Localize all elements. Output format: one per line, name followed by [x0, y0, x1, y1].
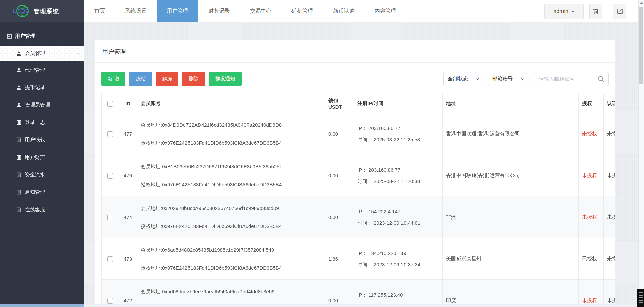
clear-cache-button[interactable]: [589, 4, 602, 19]
floating-widget[interactable]: [637, 289, 644, 307]
unfreeze-button[interactable]: 解冻: [156, 72, 178, 86]
auth-status: 未授权: [582, 131, 597, 136]
sidebar-item-label: 在线客服: [25, 207, 45, 213]
ip-label: IP：: [357, 167, 367, 173]
ip-label: IP：: [357, 209, 367, 214]
cert-status: 未提交: [604, 155, 616, 196]
sidebar-item-admin-management[interactable]: 管理员管理: [0, 96, 84, 114]
cell-id: 472: [119, 280, 137, 307]
cell-location: 香港中国联通(香港)运营有限公司: [443, 113, 579, 155]
sidebar-item-label: 用户钱包: [25, 137, 45, 143]
tab-label: 内容管理: [375, 8, 396, 15]
header-address: 地址: [443, 94, 579, 113]
register-time: 2023-12-09 10:37:34: [374, 262, 420, 267]
user-management-card: 用户管理 新 增 冻结 解冻 删除 群发通知 全部状态 ∨ 邮箱账号 ∨: [95, 40, 615, 307]
brand-app-name: 管理系统: [34, 7, 59, 15]
status-select[interactable]: 全部状态 ∨: [443, 72, 483, 86]
freeze-button[interactable]: 冻结: [129, 72, 152, 86]
table-row: 473 会员地址:0x6ae5d4802c85435b11985c1e29f7f…: [102, 238, 616, 280]
cell-register-info: IP：117.255.123.40 时间：2023-12-04 17:34:09: [354, 280, 443, 307]
tab-miner-management[interactable]: 矿机管理: [281, 0, 323, 22]
user-icon: [16, 51, 21, 56]
row-checkbox[interactable]: [107, 131, 113, 137]
tab-newcoin-subscription[interactable]: 新币认购: [323, 0, 365, 22]
member-address: 0x6ae5d4802c85435b11985c1e29f7f3572084f5…: [162, 247, 274, 253]
table-header-row: ID 会员账号 钱包USDT 注册IP/时间 地址 授权 认证: [102, 94, 616, 113]
cell-id: 476: [119, 155, 137, 196]
page-title: 用户管理: [102, 48, 126, 55]
sidebar-item-login-logs[interactable]: 登录日志: [0, 114, 84, 131]
table-row: 476 会员地址:0xB1B03e90Bc237D6671F5248dC6E3b…: [102, 155, 616, 196]
sidebar-item-user-wallet[interactable]: 用户钱包: [0, 131, 84, 148]
ip-label: IP：: [357, 125, 367, 131]
admin-dropdown[interactable]: admin ▼: [544, 4, 584, 19]
time-label: 时间：: [357, 262, 372, 267]
tab-label: 系统设置: [125, 8, 147, 15]
horizontal-scrollbar-thumb[interactable]: [0, 304, 84, 307]
tab-label: 首页: [94, 8, 105, 15]
tab-trade-center[interactable]: 交易中心: [240, 0, 281, 22]
row-checkbox[interactable]: [107, 298, 113, 304]
cert-status: 未提交: [604, 196, 616, 238]
cell-wallet-usdt: 0.00: [325, 113, 354, 155]
search-input[interactable]: [539, 76, 593, 82]
logout-button[interactable]: [613, 4, 626, 19]
register-ip: 203.160.86.77: [368, 167, 400, 173]
tab-label: 财务记录: [208, 8, 230, 15]
row-checkbox[interactable]: [107, 215, 113, 220]
member-address: 0xbdb8dce7b9ee79aeaf5940af6ca9bd4fdd8b3e…: [162, 289, 274, 294]
chevron-down-icon: ▼: [571, 10, 575, 13]
member-address: 0x202928b8cbA95c080236740766d1c9989b33dd…: [162, 205, 279, 211]
cell-location: 美国威斯康星州: [443, 238, 579, 280]
header-id: ID: [119, 94, 137, 113]
cell-wallet-usdt: 1.86: [325, 238, 354, 280]
tab-content-management[interactable]: 内容管理: [365, 0, 406, 22]
broadcast-notify-button[interactable]: 群发通知: [209, 72, 241, 86]
member-address-label: 会员地址:: [141, 289, 162, 294]
search-field-value: 邮箱账号: [492, 76, 513, 82]
tab-system-settings[interactable]: 系统设置: [115, 0, 157, 22]
sidebar-item-notice-management[interactable]: 通知管理: [0, 183, 84, 201]
member-address-label: 会员地址:: [141, 247, 162, 253]
document-icon: [16, 190, 21, 195]
auth-address: 0x976E2425183Fd41DfD6b593fCf8A6de67DD3B5…: [162, 182, 282, 187]
tab-home[interactable]: 首页: [84, 0, 115, 22]
trash-icon: [593, 8, 599, 15]
vertical-scrollbar[interactable]: [638, 0, 644, 307]
members-table: ID 会员账号 钱包USDT 注册IP/时间 地址 授权 认证 477: [101, 94, 615, 307]
register-time: 2025-03-22 11:25:53: [374, 137, 420, 142]
cell-register-info: IP：134.215.220.139 时间：2023-12-09 10:37:3…: [354, 238, 443, 280]
sidebar-item-agent-management[interactable]: 代理管理: [0, 61, 84, 79]
sidebar-section-header[interactable]: 用户管理: [0, 22, 84, 46]
header-register-ip-time: 注册IP/时间: [354, 94, 443, 113]
row-checkbox[interactable]: [107, 256, 113, 262]
cell-register-info: IP：203.160.86.77 时间：2025-03-22 11:25:53: [354, 113, 443, 155]
chevron-right-icon: ›: [77, 50, 79, 57]
search-field-select[interactable]: 邮箱账号 ∨: [488, 72, 528, 86]
sidebar-item-member-management[interactable]: 会员管理 ›: [0, 46, 84, 61]
time-label: 时间：: [357, 137, 372, 142]
sidebar-item-online-service[interactable]: 在线客服: [0, 201, 84, 218]
logo-area: USDZ 管理系统: [0, 0, 84, 22]
user-icon: [16, 85, 21, 90]
toolbar: 新 增 冻结 解冻 删除 群发通知 全部状态 ∨ 邮箱账号 ∨: [101, 72, 609, 86]
search-box: [535, 72, 609, 86]
document-icon: [16, 137, 21, 142]
add-button[interactable]: 新 增: [101, 72, 125, 86]
row-checkbox[interactable]: [107, 173, 113, 179]
delete-button[interactable]: 删除: [182, 72, 205, 86]
ip-label: IP：: [357, 250, 367, 256]
tab-finance-records[interactable]: 财务记录: [198, 0, 240, 22]
select-all-checkbox[interactable]: [107, 101, 113, 107]
search-icon[interactable]: [598, 76, 604, 82]
auth-status: 未授权: [582, 172, 597, 178]
tab-user-management[interactable]: 用户管理: [157, 0, 198, 22]
sidebar-item-user-assets[interactable]: 用户财产: [0, 148, 84, 166]
sidebar-item-label: 用户财产: [25, 154, 45, 161]
sidebar-item-fund-flows[interactable]: 资金流水: [0, 166, 84, 183]
horizontal-scrollbar[interactable]: [0, 304, 638, 307]
header-wallet-usdt: 钱包USDT: [325, 94, 354, 113]
vertical-scrollbar-thumb[interactable]: [639, 7, 643, 84]
scroll-up-arrow-icon[interactable]: [640, 2, 643, 4]
sidebar-item-withdraw-records[interactable]: 提币记录: [0, 79, 84, 96]
